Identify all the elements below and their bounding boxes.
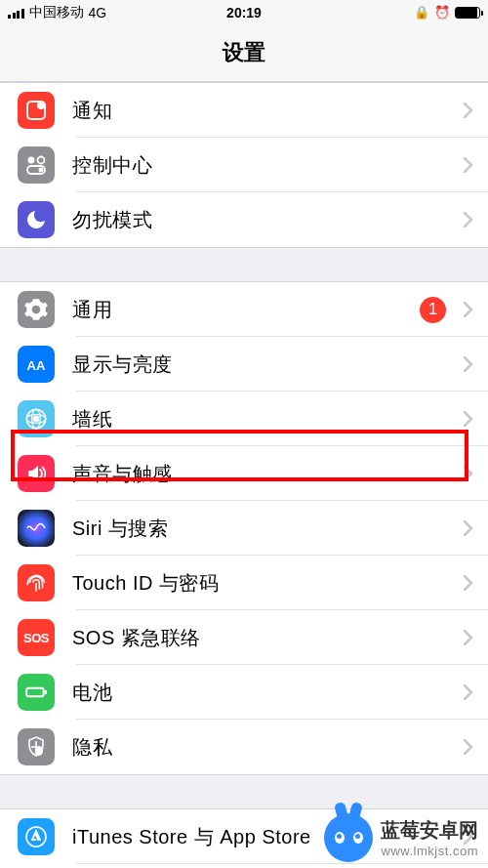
privacy-icon bbox=[18, 728, 55, 765]
cell-label: 通用 bbox=[72, 297, 420, 323]
svg-text:AA: AA bbox=[27, 358, 46, 373]
cell-label: 电池 bbox=[72, 680, 456, 706]
battery-cell-icon bbox=[18, 674, 55, 711]
page-title: 设置 bbox=[0, 24, 488, 82]
cell-siri[interactable]: Siri 与搜索 bbox=[0, 501, 488, 556]
cell-wallet[interactable]: Wallet 与 Apple Pay bbox=[0, 864, 488, 868]
display-icon: AA bbox=[18, 346, 55, 383]
chevron-right-icon bbox=[464, 684, 473, 700]
cell-label: SOS 紧急联络 bbox=[72, 625, 456, 651]
sos-icon: SOS bbox=[18, 619, 55, 656]
wallpaper-icon bbox=[18, 400, 55, 437]
cell-battery[interactable]: 电池 bbox=[0, 665, 488, 720]
cell-dnd[interactable]: 勿扰模式 bbox=[0, 192, 488, 247]
cell-label: Touch ID 与密码 bbox=[72, 570, 456, 597]
svg-rect-12 bbox=[45, 690, 47, 694]
svg-point-2 bbox=[28, 157, 35, 164]
cell-wallpaper[interactable]: 墙纸 bbox=[0, 392, 488, 446]
watermark-url: www.lmkjst.com bbox=[381, 844, 478, 858]
chevron-right-icon bbox=[464, 356, 473, 372]
alarm-icon: ⏰ bbox=[434, 5, 450, 20]
network-label: 4G bbox=[89, 5, 107, 21]
chevron-right-icon bbox=[464, 103, 473, 118]
cell-touchid[interactable]: Touch ID 与密码 bbox=[0, 556, 488, 610]
carrier-label: 中国移动 bbox=[29, 4, 84, 21]
chevron-right-icon bbox=[464, 739, 473, 755]
status-right: 🔒 ⏰ bbox=[414, 5, 480, 20]
status-left: 中国移动 4G bbox=[8, 4, 106, 21]
cell-label: 墙纸 bbox=[72, 406, 456, 433]
signal-icon bbox=[8, 7, 24, 19]
chevron-right-icon bbox=[464, 575, 473, 591]
chevron-right-icon bbox=[464, 520, 473, 536]
cell-label: Siri 与搜索 bbox=[72, 516, 456, 542]
status-time: 20:19 bbox=[226, 5, 262, 21]
cell-label: 声音与触感 bbox=[72, 461, 456, 487]
cell-display[interactable]: AA 显示与亮度 bbox=[0, 337, 488, 392]
sound-icon bbox=[18, 455, 55, 492]
touchid-icon bbox=[18, 564, 55, 601]
svg-point-13 bbox=[35, 746, 43, 756]
chevron-right-icon bbox=[464, 411, 473, 427]
chevron-right-icon bbox=[464, 466, 473, 481]
settings-group-1: 通知 控制中心 勿扰模式 bbox=[0, 82, 488, 248]
chevron-right-icon bbox=[464, 630, 473, 645]
cell-sos[interactable]: SOS SOS 紧急联络 bbox=[0, 610, 488, 665]
orientation-lock-icon: 🔒 bbox=[414, 5, 429, 20]
cell-label: 勿扰模式 bbox=[72, 207, 456, 233]
svg-rect-11 bbox=[26, 688, 43, 697]
chevron-right-icon bbox=[464, 212, 473, 227]
chevron-right-icon bbox=[464, 157, 473, 173]
siri-icon bbox=[18, 510, 55, 547]
svg-point-8 bbox=[33, 416, 40, 423]
cell-general[interactable]: 通用 1 bbox=[0, 282, 488, 337]
app-store-icon bbox=[18, 818, 55, 855]
watermark-title: 蓝莓安卓网 bbox=[381, 817, 478, 844]
notification-badge: 1 bbox=[420, 297, 446, 323]
dnd-icon bbox=[18, 201, 55, 238]
watermark-mascot-icon bbox=[324, 813, 373, 862]
cell-label: 隐私 bbox=[72, 734, 456, 761]
cell-label: 显示与亮度 bbox=[72, 351, 456, 378]
general-icon bbox=[18, 291, 55, 328]
settings-group-2: 通用 1 AA 显示与亮度 墙纸 声音与触感 Siri 与搜索 Touch bbox=[0, 281, 488, 775]
control-center-icon bbox=[18, 146, 55, 184]
sos-icon-text: SOS bbox=[23, 631, 49, 645]
watermark: 蓝莓安卓网 www.lmkjst.com bbox=[324, 813, 478, 862]
cell-notifications[interactable]: 通知 bbox=[0, 83, 488, 138]
cell-label: 控制中心 bbox=[72, 152, 456, 179]
status-bar: 中国移动 4G 20:19 🔒 ⏰ bbox=[0, 0, 488, 24]
cell-label: 通知 bbox=[72, 98, 456, 124]
svg-point-1 bbox=[37, 102, 45, 109]
battery-icon bbox=[455, 7, 480, 19]
cell-privacy[interactable]: 隐私 bbox=[0, 720, 488, 774]
svg-point-5 bbox=[39, 168, 44, 173]
chevron-right-icon bbox=[464, 302, 473, 317]
svg-point-3 bbox=[38, 157, 45, 164]
cell-sound[interactable]: 声音与触感 bbox=[0, 446, 488, 501]
cell-control-center[interactable]: 控制中心 bbox=[0, 138, 488, 192]
notifications-icon bbox=[18, 92, 55, 129]
